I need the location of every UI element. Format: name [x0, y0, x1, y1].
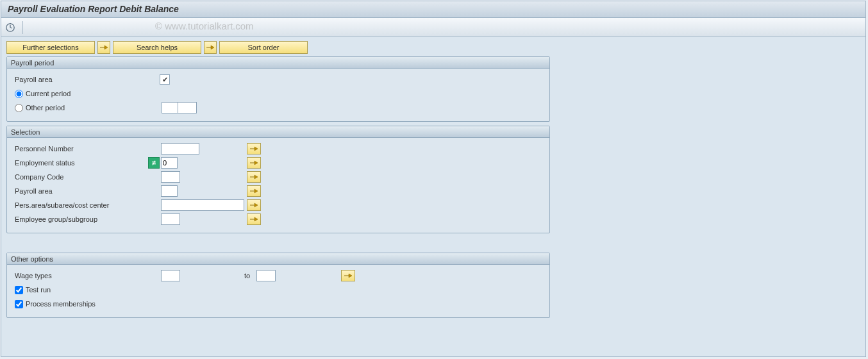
payroll-period-title: Payroll period [7, 57, 549, 69]
employee-group-label: Employee group/subgroup [13, 215, 161, 223]
payroll-area2-multi-icon[interactable] [247, 185, 261, 197]
page-title: Payroll Evaluation Report Debit Balance [1, 1, 865, 18]
svg-marker-8 [250, 175, 258, 179]
svg-line-2 [10, 28, 12, 28]
company-code-multi-icon[interactable] [247, 171, 261, 183]
test-run-label: Test run [26, 286, 51, 294]
employee-group-input[interactable] [161, 213, 180, 225]
wage-types-from-input[interactable] [161, 270, 180, 281]
pers-area-label: Pers.area/subarea/cost center [13, 201, 161, 209]
svg-marker-7 [250, 161, 258, 165]
test-run-checkbox[interactable] [15, 286, 23, 294]
search-helps-arrow-icon[interactable] [97, 41, 110, 54]
payroll-area2-input[interactable] [161, 185, 178, 197]
employee-group-multi-icon[interactable] [247, 213, 261, 225]
action-button-row: Further selections Search helps Sort ord… [6, 41, 860, 54]
pers-area-input[interactable] [161, 199, 244, 211]
other-period-label: Other period [26, 104, 162, 112]
employment-status-input[interactable] [161, 157, 178, 169]
current-period-label: Current period [26, 90, 71, 97]
other-options-group: Other options Wage types to Test run [6, 253, 550, 318]
further-selections-button[interactable]: Further selections [6, 41, 95, 54]
selection-group: Selection Personnel Number Employment st… [6, 126, 550, 233]
svg-marker-11 [250, 217, 258, 221]
company-code-input[interactable] [161, 171, 180, 183]
not-equal-icon[interactable]: ≠ [148, 157, 160, 169]
pers-area-multi-icon[interactable] [247, 199, 261, 211]
personnel-number-label: Personnel Number [13, 145, 161, 153]
process-memberships-label: Process memberships [26, 300, 96, 308]
wage-types-multi-icon[interactable] [341, 270, 355, 281]
payroll-period-group: Payroll period Payroll area ✔ Current pe… [6, 56, 550, 122]
employment-status-multi-icon[interactable] [247, 157, 261, 169]
sort-order-arrow-icon[interactable] [204, 41, 217, 54]
search-helps-button[interactable]: Search helps [113, 41, 201, 54]
watermark-text: © www.tutorialkart.com [155, 21, 254, 31]
current-period-radio[interactable] [15, 90, 23, 98]
svg-marker-9 [250, 189, 258, 193]
company-code-label: Company Code [13, 173, 161, 181]
process-memberships-checkbox[interactable] [15, 300, 23, 308]
personnel-number-input[interactable] [161, 143, 199, 154]
selection-title: Selection [7, 126, 549, 138]
other-period-input-1[interactable] [162, 102, 178, 113]
personnel-number-multi-icon[interactable] [247, 143, 261, 154]
svg-marker-5 [206, 46, 214, 49]
other-options-title: Other options [7, 253, 549, 265]
payroll-area-checkbox[interactable]: ✔ [160, 74, 170, 85]
svg-point-3 [10, 23, 11, 24]
toolbar-separator [22, 21, 23, 34]
other-period-radio[interactable] [15, 104, 23, 112]
svg-marker-4 [100, 46, 108, 49]
other-period-input-2[interactable] [178, 102, 197, 113]
wage-types-to-label: to [244, 272, 250, 280]
svg-marker-12 [344, 274, 352, 278]
app-toolbar: © www.tutorialkart.com [1, 18, 865, 37]
execute-icon[interactable] [5, 22, 15, 33]
employment-status-label: Employment status [13, 159, 148, 167]
svg-marker-6 [250, 147, 258, 151]
wage-types-to-input[interactable] [256, 270, 276, 281]
payroll-area2-label: Payroll area [13, 187, 161, 195]
wage-types-label: Wage types [13, 272, 161, 280]
svg-marker-10 [250, 203, 258, 207]
sort-order-button[interactable]: Sort order [219, 41, 308, 54]
payroll-area-label: Payroll area [13, 76, 161, 83]
